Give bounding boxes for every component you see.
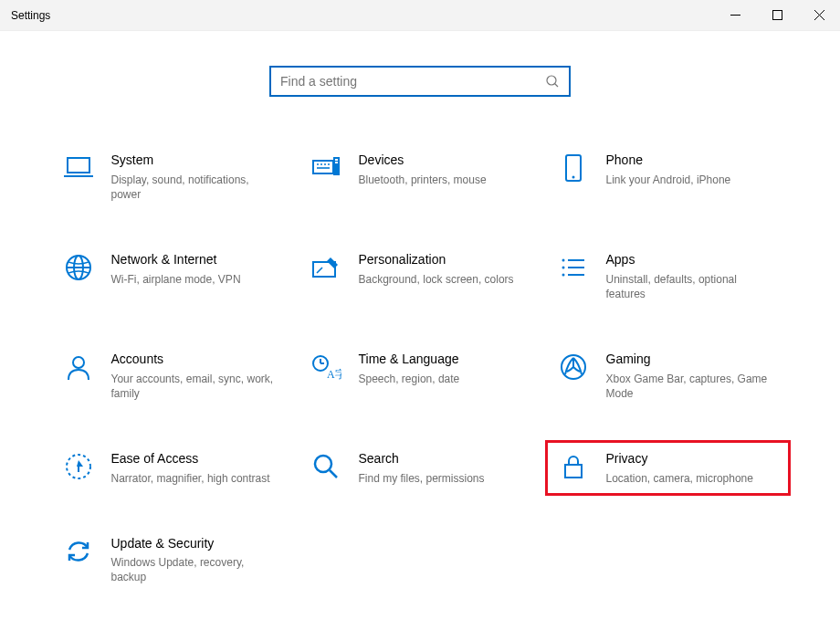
gaming-icon [557, 351, 590, 383]
globe-icon [62, 251, 95, 284]
tile-subtitle: Uninstall, defaults, optional features [606, 272, 771, 301]
list-icon [557, 251, 590, 284]
tile-personalization[interactable]: Personalization Background, lock screen,… [304, 247, 537, 305]
tile-title: Devices [359, 152, 487, 170]
person-icon [62, 351, 95, 383]
svg-rect-16 [335, 162, 338, 163]
tile-subtitle: Location, camera, microphone [606, 471, 753, 486]
tile-phone[interactable]: Phone Link your Android, iPhone [551, 148, 784, 205]
svg-rect-40 [565, 465, 582, 478]
laptop-icon [62, 152, 95, 184]
svg-rect-1 [772, 11, 782, 20]
keyboard-icon [310, 152, 342, 184]
tile-title: System [111, 152, 276, 170]
tile-subtitle: Wi-Fi, airplane mode, VPN [111, 272, 241, 287]
tile-apps[interactable]: Apps Uninstall, defaults, optional featu… [551, 247, 784, 305]
settings-grid: System Display, sound, notifications, po… [0, 148, 840, 589]
svg-rect-8 [313, 161, 333, 173]
tile-subtitle: Display, sound, notifications, power [111, 173, 276, 202]
tile-update-security[interactable]: Update & Security Windows Update, recove… [57, 531, 289, 589]
tile-title: Time & Language [359, 351, 460, 369]
minimize-button[interactable] [714, 0, 756, 31]
tile-subtitle: Windows Update, recovery, backup [111, 555, 276, 584]
lock-icon [557, 450, 590, 483]
tile-system[interactable]: System Display, sound, notifications, po… [57, 148, 289, 205]
svg-rect-6 [68, 158, 89, 173]
tile-subtitle: Find my files, permissions [359, 471, 485, 486]
tile-search[interactable]: Search Find my files, permissions [304, 446, 537, 489]
svg-point-18 [572, 176, 574, 179]
window-title: Settings [11, 9, 50, 22]
close-button[interactable] [798, 0, 840, 31]
paint-icon [310, 251, 342, 284]
tile-title: Ease of Access [111, 450, 270, 468]
time-language-icon: A字 [310, 351, 342, 383]
tile-title: Network & Internet [111, 251, 241, 269]
phone-icon [557, 152, 590, 184]
sync-icon [62, 535, 95, 568]
tile-subtitle: Speech, region, date [359, 372, 460, 386]
tile-network[interactable]: Network & Internet Wi-Fi, airplane mode,… [57, 247, 289, 305]
svg-point-38 [315, 456, 331, 472]
ease-of-access-icon [62, 450, 95, 483]
tile-title: Apps [606, 251, 771, 269]
svg-line-23 [317, 268, 322, 273]
tile-subtitle: Narrator, magnifier, high contrast [111, 471, 270, 486]
svg-text:A字: A字 [327, 368, 341, 381]
tile-title: Phone [606, 152, 731, 170]
tile-subtitle: Link your Android, iPhone [606, 173, 731, 187]
tile-subtitle: Your accounts, email, sync, work, family [111, 372, 276, 401]
tile-title: Privacy [606, 450, 753, 468]
tile-subtitle: Background, lock screen, colors [359, 272, 514, 287]
svg-point-26 [562, 266, 564, 268]
tile-privacy[interactable]: Privacy Location, camera, microphone [551, 446, 784, 489]
tile-title: Search [359, 450, 485, 468]
tile-ease-of-access[interactable]: Ease of Access Narrator, magnifier, high… [57, 446, 289, 489]
tile-time-language[interactable]: A字 Time & Language Speech, region, date [304, 347, 537, 404]
search-input[interactable] [280, 74, 545, 89]
magnifier-icon [310, 450, 342, 483]
tile-subtitle: Bluetooth, printers, mouse [359, 173, 487, 187]
svg-line-39 [330, 470, 337, 478]
tile-accounts[interactable]: Accounts Your accounts, email, sync, wor… [57, 347, 289, 404]
tile-title: Gaming [606, 351, 771, 369]
tile-gaming[interactable]: Gaming Xbox Game Bar, captures, Game Mod… [551, 347, 784, 404]
search-box[interactable] [269, 66, 571, 97]
titlebar: Settings [0, 0, 840, 31]
tile-title: Update & Security [111, 535, 276, 553]
svg-rect-15 [335, 159, 338, 161]
svg-point-24 [562, 258, 564, 261]
tile-title: Personalization [359, 251, 514, 269]
svg-line-5 [555, 84, 559, 88]
tile-title: Accounts [111, 351, 276, 369]
svg-point-30 [73, 357, 84, 368]
tile-devices[interactable]: Devices Bluetooth, printers, mouse [304, 148, 537, 205]
svg-point-28 [562, 273, 564, 276]
maximize-button[interactable] [756, 0, 798, 31]
tile-subtitle: Xbox Game Bar, captures, Game Mode [606, 372, 771, 401]
search-icon [545, 74, 560, 89]
